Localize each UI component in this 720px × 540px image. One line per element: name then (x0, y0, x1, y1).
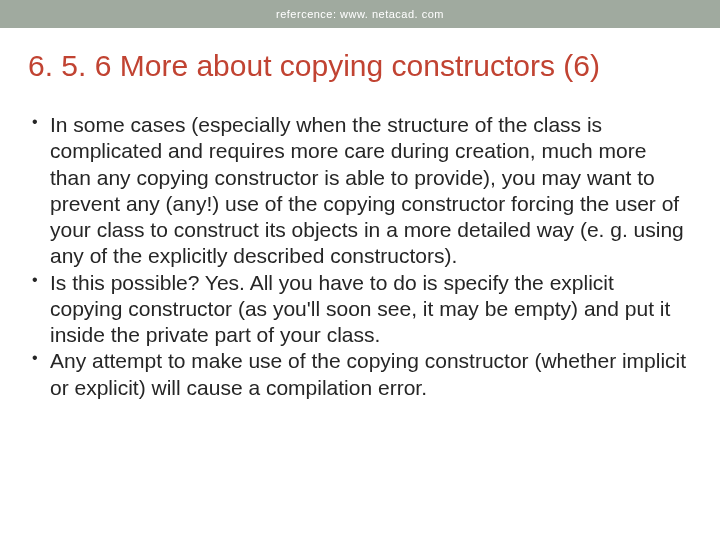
bullet-item: Is this possible? Yes. All you have to d… (32, 270, 692, 349)
slide-content: 6. 5. 6 More about copying constructors … (0, 28, 720, 401)
header-bar: refercence: www. netacad. com (0, 0, 720, 28)
header-reference-text: refercence: www. netacad. com (276, 8, 444, 20)
slide-title: 6. 5. 6 More about copying constructors … (28, 48, 692, 84)
bullet-list: In some cases (especially when the struc… (28, 112, 692, 401)
bullet-item: Any attempt to make use of the copying c… (32, 348, 692, 401)
bullet-item: In some cases (especially when the struc… (32, 112, 692, 270)
